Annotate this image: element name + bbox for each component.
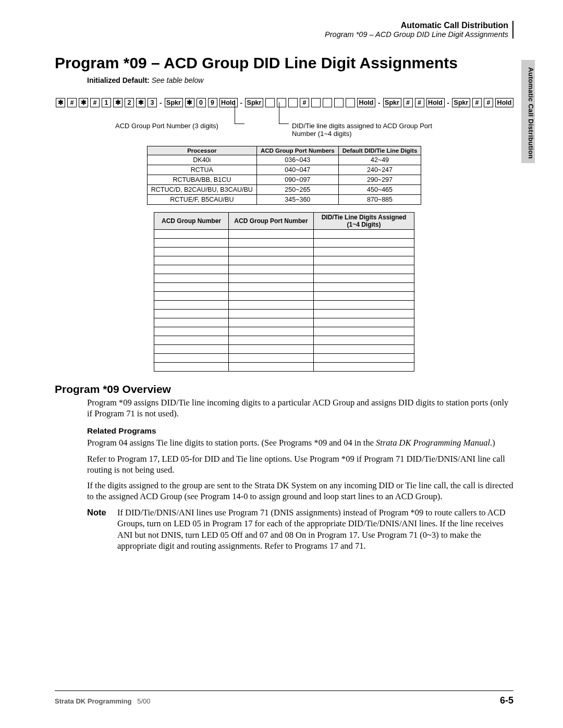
table-cell bbox=[154, 292, 229, 301]
table-cell bbox=[314, 354, 414, 363]
callout-left: ACD Group Port Number (3 digits) bbox=[115, 122, 218, 130]
proc-th-1: ACD Group Port Numbers bbox=[256, 146, 338, 155]
table-cell: 040~047 bbox=[256, 165, 338, 175]
proc-th-0: Processor bbox=[147, 146, 256, 155]
table-cell bbox=[314, 345, 414, 354]
key-blank bbox=[334, 98, 344, 107]
table-row bbox=[154, 256, 414, 265]
key-spkr: Spkr bbox=[383, 98, 401, 107]
table-cell bbox=[314, 230, 414, 239]
table-cell bbox=[229, 363, 314, 372]
key-9: 9 bbox=[208, 98, 217, 107]
callouts: ACD Group Port Number (3 digits) DID/Tie… bbox=[55, 112, 513, 143]
table-cell: 090~097 bbox=[256, 175, 338, 185]
table-row bbox=[154, 301, 414, 310]
table-cell bbox=[314, 336, 414, 345]
key-blank bbox=[288, 98, 298, 107]
footer-date: 5/00 bbox=[137, 697, 150, 705]
key-hash: # bbox=[484, 98, 493, 107]
init-default-value: See table below bbox=[152, 76, 204, 84]
table-cell bbox=[314, 283, 414, 292]
table-row bbox=[154, 318, 414, 327]
table-row bbox=[154, 354, 414, 363]
key-hold: Hold bbox=[426, 98, 445, 107]
table-cell bbox=[154, 336, 229, 345]
key-hold: Hold bbox=[357, 98, 375, 107]
table-cell bbox=[154, 318, 229, 327]
table-cell bbox=[229, 336, 314, 345]
table-cell bbox=[154, 256, 229, 265]
table-cell bbox=[229, 301, 314, 310]
table-row: RCTUA040~047240~247 bbox=[147, 165, 421, 175]
table-cell bbox=[314, 256, 414, 265]
key-0: 0 bbox=[197, 98, 206, 107]
table-cell bbox=[229, 274, 314, 283]
blank-th-2: DID/Tie Line Digits Assigned (1~4 Digits… bbox=[314, 213, 414, 230]
table-cell bbox=[229, 265, 314, 274]
overview-heading: Program *09 Overview bbox=[55, 383, 513, 396]
table-cell bbox=[154, 239, 229, 248]
table-cell bbox=[154, 301, 229, 310]
table-cell: RCTUBA/BB, B1CU bbox=[147, 175, 256, 185]
key-blank bbox=[277, 98, 286, 107]
table-cell bbox=[154, 265, 229, 274]
table-cell bbox=[229, 292, 314, 301]
overview-p1: Program *09 assigns DID/Tie line incomin… bbox=[87, 398, 513, 419]
blank-th-0: ACD Group Number bbox=[154, 213, 229, 230]
table-cell bbox=[154, 310, 229, 318]
table-row bbox=[154, 292, 414, 301]
table-cell bbox=[314, 239, 414, 248]
key-3: 3 bbox=[148, 98, 157, 107]
table-cell bbox=[154, 354, 229, 363]
table-cell bbox=[154, 283, 229, 292]
related-heading: Related Programs bbox=[87, 426, 513, 436]
key-blank bbox=[311, 98, 321, 107]
related-p1: Program 04 assigns Tie line digits to st… bbox=[87, 438, 513, 449]
table-cell bbox=[229, 318, 314, 327]
table-row bbox=[154, 239, 414, 248]
table-cell: RCTUC/D, B2CAU/BU, B3CAU/BU bbox=[147, 185, 256, 195]
table-cell bbox=[314, 248, 414, 256]
init-default-label: Initialized Default: bbox=[87, 76, 150, 84]
table-cell: 290~297 bbox=[338, 175, 421, 185]
table-row bbox=[154, 283, 414, 292]
key-blank bbox=[346, 98, 355, 107]
table-cell bbox=[229, 345, 314, 354]
related-p2: Refer to Program 17, LED 05-for DID and … bbox=[87, 454, 513, 475]
key-hash: # bbox=[415, 98, 424, 107]
table-row bbox=[154, 345, 414, 354]
processor-table: Processor ACD Group Port Numbers Default… bbox=[147, 146, 422, 205]
table-cell bbox=[314, 274, 414, 283]
blank-th-1: ACD Group Port Number bbox=[229, 213, 314, 230]
page-title: Program *09 – ACD Group DID Line Digit A… bbox=[55, 54, 513, 72]
table-cell: DK40i bbox=[147, 155, 256, 165]
table-row bbox=[154, 327, 414, 336]
table-row bbox=[154, 336, 414, 345]
table-cell: 870~885 bbox=[338, 195, 421, 205]
table-cell bbox=[154, 248, 229, 256]
key-sequence: ✱ # ✱ # 1 ✱ 2 ✱ 3 - Spkr ✱ 0 9 Hold - Sp… bbox=[56, 98, 513, 107]
table-row: RCTUE/F, B5CAU/BU345~360870~885 bbox=[147, 195, 421, 205]
related-p1c: .) bbox=[490, 438, 495, 448]
table-row bbox=[154, 265, 414, 274]
table-cell bbox=[154, 230, 229, 239]
table-cell bbox=[229, 230, 314, 239]
key-star: ✱ bbox=[185, 98, 194, 107]
note-label: Note bbox=[87, 507, 117, 551]
page-header: Automatic Call Distribution Program *09 … bbox=[325, 21, 513, 39]
table-cell bbox=[154, 274, 229, 283]
key-spkr: Spkr bbox=[165, 98, 183, 107]
table-row bbox=[154, 248, 414, 256]
key-hold: Hold bbox=[495, 98, 513, 107]
table-cell bbox=[229, 256, 314, 265]
key-2: 2 bbox=[125, 98, 134, 107]
related-p1a: Program 04 assigns Tie line digits to st… bbox=[87, 438, 376, 448]
table-row bbox=[154, 230, 414, 239]
key-star: ✱ bbox=[136, 98, 145, 107]
table-row bbox=[154, 274, 414, 283]
side-tab: Automatic Call Distribution bbox=[521, 60, 535, 163]
table-cell bbox=[229, 283, 314, 292]
table-cell: 036~043 bbox=[256, 155, 338, 165]
key-hash: # bbox=[472, 98, 482, 107]
table-cell bbox=[229, 239, 314, 248]
